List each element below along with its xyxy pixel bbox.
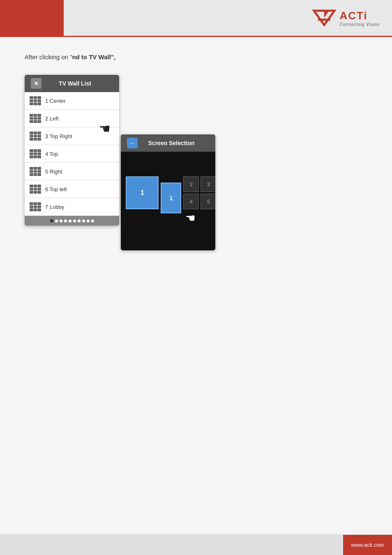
tvwall-back-button[interactable]: ✕ <box>31 78 42 89</box>
screen-panel-title: Screen Selection <box>144 140 198 146</box>
header-logo: ACTi Connecting Vision <box>312 9 380 27</box>
dot <box>69 220 71 222</box>
dot-active <box>50 219 53 222</box>
list-item-icon-2 <box>30 114 41 123</box>
list-item[interactable]: 7 Lobby <box>25 198 119 216</box>
screen-cell-1[interactable]: 1 <box>126 176 159 209</box>
list-item-label-6: 6 Top left <box>45 186 67 192</box>
list-item[interactable]: 4 Top <box>25 145 119 163</box>
footer: www.acti.com <box>0 534 392 555</box>
logo-subtitle-text: Connecting Vision <box>340 22 380 27</box>
list-item[interactable]: 3 Top Right <box>25 127 119 145</box>
list-item-icon-5 <box>30 167 41 176</box>
tvwall-panel: ✕ TV Wall List 1 Center 2 Left <box>25 75 119 226</box>
list-item-icon-3 <box>30 132 41 141</box>
list-item-icon-7 <box>30 202 41 211</box>
screen-panel-header: ← Screen Selection <box>121 134 215 152</box>
dot <box>64 220 67 222</box>
screen-cell-5[interactable]: 5 <box>201 194 215 209</box>
list-item[interactable]: 6 Top left <box>25 180 119 198</box>
screen-cell-3[interactable]: 3 <box>201 176 215 192</box>
dot <box>91 220 94 222</box>
list-item-icon-6 <box>30 185 41 194</box>
list-item[interactable]: 5 Right <box>25 163 119 180</box>
screen-cell-4-label: 4 <box>190 199 193 205</box>
footer-url-text: www.acti.com <box>351 542 384 548</box>
logo-acti-text: ACTi <box>340 9 380 22</box>
dot <box>73 220 76 222</box>
dot <box>78 220 81 222</box>
header-red-block <box>0 0 64 37</box>
screen-selection-panel: ← Screen Selection 1 1 2 <box>121 134 215 250</box>
instruction-text: After clicking on "nd to TV Wall", <box>25 53 367 60</box>
list-item-icon-1 <box>30 96 41 105</box>
screen-grid-area: 1 1 2 3 4 <box>126 160 210 242</box>
screen-content: 1 1 2 3 4 <box>121 152 215 250</box>
screen-cell-4[interactable]: 4 <box>183 194 199 209</box>
acti-logo-icon <box>312 9 337 27</box>
logo-text: ACTi Connecting Vision <box>340 9 380 27</box>
dot <box>87 220 90 222</box>
dot <box>82 220 85 222</box>
list-item-label-3: 3 Top Right <box>45 133 72 139</box>
svg-marker-2 <box>324 11 329 18</box>
footer-url: www.acti.com <box>343 535 392 555</box>
hand-cursor-screen: ☛ <box>185 211 196 225</box>
screen-back-button[interactable]: ← <box>127 138 138 148</box>
header: ACTi Connecting Vision <box>0 0 392 37</box>
list-item-label-5: 5 Right <box>45 169 62 175</box>
main-content: After clicking on "nd to TV Wall", ✕ TV … <box>0 37 392 534</box>
instruction-bold: nd to TV Wall", <box>72 53 115 60</box>
screen-cell-2[interactable]: 2 <box>183 176 199 192</box>
list-item-label-1: 1 Center <box>45 98 66 104</box>
screen-cell-3-label: 3 <box>207 181 210 187</box>
screen-cell-1b[interactable]: 1 <box>161 183 181 213</box>
list-item-label-7: 7 Lobby <box>45 204 64 210</box>
list-item-label-2: 2 Left <box>45 116 59 122</box>
tvwall-wrapper: ✕ TV Wall List 1 Center 2 Left <box>25 75 119 250</box>
list-item[interactable]: 2 Left <box>25 110 119 127</box>
screen-wrapper: ← Screen Selection 1 1 2 <box>121 134 215 250</box>
screen-cell-2-label: 2 <box>190 181 193 187</box>
dot <box>55 220 58 222</box>
instruction-prefix: After clicking on " <box>25 53 72 60</box>
screen-cell-1b-label: 1 <box>170 195 173 201</box>
list-item[interactable]: 1 Center <box>25 92 119 110</box>
screen-cell-1-label: 1 <box>141 189 144 197</box>
tvwall-panel-title: TV Wall List <box>48 80 102 87</box>
pagination-dots <box>25 216 119 226</box>
list-item-label-4: 4 Top <box>45 151 58 157</box>
tvwall-panel-header: ✕ TV Wall List <box>25 75 119 92</box>
screen-cell-5-label: 5 <box>207 199 210 205</box>
dot <box>60 220 62 222</box>
list-item-icon-4 <box>30 149 41 158</box>
